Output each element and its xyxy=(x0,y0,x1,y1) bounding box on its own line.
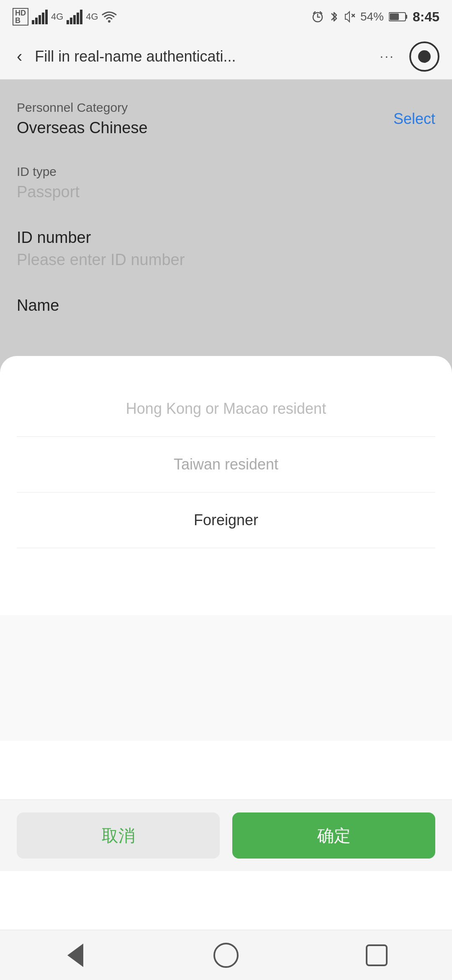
picker-option-taiwan[interactable]: Taiwan resident xyxy=(0,437,452,492)
network-type-1: 4G xyxy=(51,11,63,22)
picker-options: Hong Kong or Macao resident Taiwan resid… xyxy=(0,373,452,557)
record-icon xyxy=(418,50,431,63)
status-right: 54% 8:45 xyxy=(311,9,439,25)
name-section: Name xyxy=(17,297,435,315)
personnel-category-value: Overseas Chinese xyxy=(17,119,148,137)
status-time: 8:45 xyxy=(413,9,439,25)
nav-recent-icon xyxy=(366,944,388,966)
confirm-button[interactable]: 确定 xyxy=(232,812,435,859)
picker-option-foreigner[interactable]: Foreigner xyxy=(0,493,452,548)
record-button[interactable] xyxy=(409,41,439,72)
nav-recent-button[interactable] xyxy=(360,939,393,972)
personnel-category-section: Personnel Category Overseas Chinese Sele… xyxy=(17,101,435,137)
svg-point-0 xyxy=(108,20,110,23)
nav-home-icon xyxy=(213,943,239,968)
mute-icon xyxy=(344,10,355,23)
divider-3 xyxy=(17,290,435,290)
nav-home-button[interactable] xyxy=(209,939,243,972)
divider-2 xyxy=(17,222,435,222)
nav-back-icon xyxy=(67,944,83,967)
select-button[interactable]: Select xyxy=(393,110,435,128)
battery-percent: 54% xyxy=(360,10,384,23)
picker-option-hk-macao[interactable]: Hong Kong or Macao resident xyxy=(0,381,452,436)
divider-1 xyxy=(17,158,435,158)
header: ‹ Fill in real-name authenticati... ··· xyxy=(0,34,452,80)
id-type-label: ID type xyxy=(17,165,435,179)
more-button[interactable]: ··· xyxy=(373,44,401,68)
picker-divider-3 xyxy=(17,548,435,548)
form-area: Personnel Category Overseas Chinese Sele… xyxy=(0,80,452,398)
nav-bar xyxy=(0,930,452,980)
personnel-category-label: Personnel Category xyxy=(17,101,148,115)
name-label: Name xyxy=(17,297,435,315)
page-title: Fill in real-name authenticati... xyxy=(35,48,365,65)
status-bar: HDB 4G 4G xyxy=(0,0,452,34)
id-number-placeholder: Please enter ID number xyxy=(17,251,435,269)
signal-bars-1 xyxy=(32,10,48,24)
picker-spacer xyxy=(0,615,452,741)
network-type-2: 4G xyxy=(86,11,98,22)
id-number-section: ID number Please enter ID number xyxy=(17,229,435,269)
svg-rect-9 xyxy=(406,15,407,19)
signal-bars-2 xyxy=(67,10,82,24)
nav-back-button[interactable] xyxy=(59,939,92,972)
battery-icon xyxy=(389,12,408,22)
back-button[interactable]: ‹ xyxy=(13,43,26,70)
bluetooth-icon xyxy=(329,10,339,23)
cancel-button[interactable]: 取消 xyxy=(17,812,220,859)
hd-badge: HDB xyxy=(13,8,28,26)
status-left: HDB 4G 4G xyxy=(13,8,117,26)
id-number-label: ID number xyxy=(17,229,435,247)
bottom-sheet: Hong Kong or Macao resident Taiwan resid… xyxy=(0,356,452,980)
personnel-category-group: Personnel Category Overseas Chinese xyxy=(17,101,148,137)
svg-rect-10 xyxy=(390,13,399,20)
id-type-value: Passport xyxy=(17,183,435,201)
personnel-category-row: Personnel Category Overseas Chinese Sele… xyxy=(17,101,435,137)
id-type-section: ID type Passport xyxy=(17,165,435,201)
alarm-icon xyxy=(311,10,324,23)
wifi-icon xyxy=(102,10,117,23)
bottom-buttons: 取消 确定 xyxy=(0,799,452,871)
